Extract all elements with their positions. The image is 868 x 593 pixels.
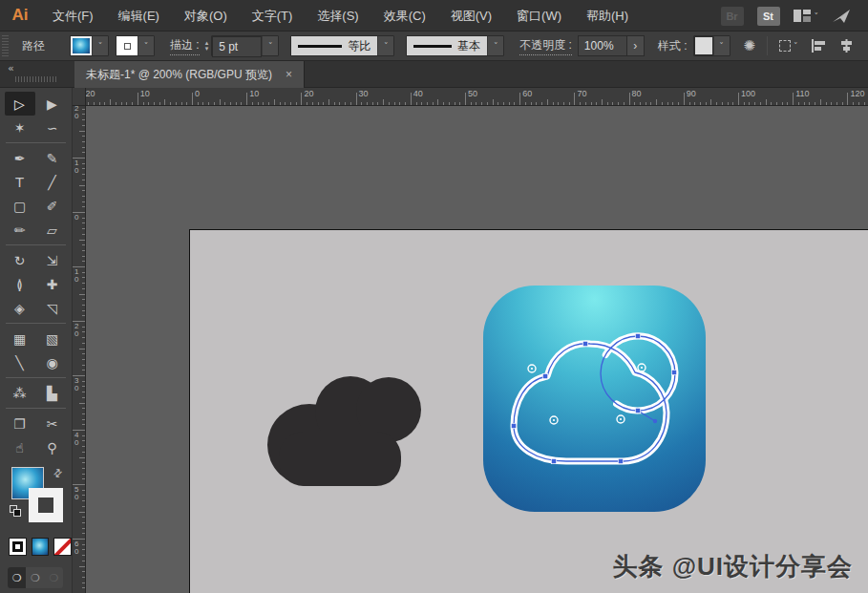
draw-normal-button[interactable]: ❍ xyxy=(8,567,26,588)
tool-line-segment[interactable]: ╱ xyxy=(37,170,68,194)
stepper-down-icon[interactable]: ▾ xyxy=(205,46,209,52)
menu-item[interactable]: 文件(F) xyxy=(40,0,106,32)
default-fill-stroke-icon[interactable] xyxy=(10,505,21,517)
fill-color-dropdown[interactable]: ˅ xyxy=(70,35,109,56)
collapse-panel-button[interactable]: « xyxy=(8,62,14,74)
tool-pen[interactable]: ✒ xyxy=(5,146,35,170)
tool-width[interactable]: ≬ xyxy=(5,272,35,296)
anchor-point[interactable] xyxy=(511,423,516,428)
chevron-down-icon[interactable]: ˅ xyxy=(262,36,278,55)
stroke-profile-dropdown[interactable]: 等比 ˅ xyxy=(290,35,394,56)
center-point-dot[interactable] xyxy=(620,418,622,420)
tool-mesh[interactable]: ▦ xyxy=(5,327,35,350)
tool-eyedropper[interactable]: ╲ xyxy=(5,350,35,374)
tool-puppet-warp[interactable]: ✚ xyxy=(37,272,68,296)
dark-cloud-shape[interactable] xyxy=(260,365,422,486)
chevron-down-icon[interactable]: ˅ xyxy=(138,36,154,55)
anchor-point[interactable] xyxy=(542,373,547,378)
menu-item[interactable]: 视图(V) xyxy=(438,0,504,32)
menu-item[interactable]: 效果(C) xyxy=(371,0,438,32)
tool-pencil[interactable]: ✏ xyxy=(5,218,35,242)
menu-item[interactable]: 窗口(W) xyxy=(504,0,574,32)
style-dropdown[interactable]: ˅ xyxy=(693,35,730,56)
workspace-switcher[interactable]: ˅ xyxy=(794,10,819,22)
align-left-icon[interactable] xyxy=(812,39,826,53)
tool-eraser[interactable]: ▱ xyxy=(37,218,68,242)
tool-selection[interactable]: ▷ xyxy=(5,92,35,116)
stock-button[interactable]: St xyxy=(757,7,780,26)
menu-item[interactable]: 选择(S) xyxy=(305,0,370,32)
document-tab[interactable]: 未标题-1* @ 200% (RGB/GPU 预览) × xyxy=(74,61,305,88)
transform-bounding-box-button[interactable]: ˅ xyxy=(779,40,798,52)
tool-symbol-sprayer[interactable]: ⁂ xyxy=(5,381,35,405)
color-button[interactable] xyxy=(9,538,27,556)
stroke-weight-stepper[interactable]: ▴ ▾ xyxy=(205,40,209,52)
menu-item[interactable]: 帮助(H) xyxy=(574,0,641,32)
align-center-icon[interactable] xyxy=(839,39,854,53)
bridge-button[interactable]: Br xyxy=(721,7,744,26)
vertical-ruler[interactable]: 2010010203040506070 xyxy=(73,106,86,593)
tool-artboard[interactable]: ❐ xyxy=(5,412,35,435)
menu-item[interactable]: 编辑(E) xyxy=(106,0,172,32)
tool-zoom[interactable]: ⚲ xyxy=(37,435,68,459)
anchor-point[interactable] xyxy=(618,458,623,463)
tool-perspective-grid[interactable]: ◹ xyxy=(37,296,68,320)
ruler-tick xyxy=(82,109,86,110)
center-point-dot[interactable] xyxy=(553,419,555,421)
tool-scale[interactable]: ⇲ xyxy=(37,248,68,272)
stroke-weight-dropdown[interactable]: 5 pt ˅ xyxy=(211,35,279,56)
share-icon[interactable] xyxy=(832,9,851,24)
draw-behind-button[interactable]: ❍ xyxy=(26,567,44,588)
close-icon[interactable]: × xyxy=(286,68,292,81)
anchor-point[interactable] xyxy=(582,341,587,346)
canvas[interactable]: 头条 @UI设计分享会 xyxy=(86,106,868,593)
ruler-tick xyxy=(263,102,264,106)
recolor-artwork-icon[interactable]: ✺ xyxy=(744,37,756,54)
opacity-input[interactable]: 100% xyxy=(578,35,627,56)
horizontal-ruler[interactable]: 20100102030405060708090100110120 xyxy=(86,88,868,106)
anchor-point[interactable] xyxy=(551,458,556,463)
tool-rotate[interactable]: ↻ xyxy=(5,248,35,272)
tool-lasso[interactable]: ∽ xyxy=(37,116,68,139)
tool-hand[interactable]: ☝ xyxy=(5,435,35,459)
swap-fill-stroke-icon[interactable]: ⇄ xyxy=(51,466,66,481)
ruler-corner[interactable] xyxy=(73,88,86,106)
draw-inside-button[interactable]: ❍ xyxy=(45,567,63,588)
stroke-color-button[interactable] xyxy=(29,488,63,522)
brush-definition-dropdown[interactable]: 基本 ˅ xyxy=(406,35,504,56)
ruler-tick xyxy=(519,93,520,105)
stroke-color-dropdown[interactable]: ˅ xyxy=(116,35,155,56)
tool-slice[interactable]: ✂ xyxy=(37,412,68,435)
tool-column-graph[interactable]: ▙ xyxy=(37,381,68,405)
tool-rectangle[interactable]: ▢ xyxy=(5,194,35,218)
stroke-panel-link[interactable]: 描边 : xyxy=(170,37,200,55)
tool-gradient[interactable]: ▧ xyxy=(37,327,68,350)
gradient-button[interactable] xyxy=(32,538,50,556)
chevron-down-icon[interactable]: ˅ xyxy=(92,36,108,55)
center-point-dot[interactable] xyxy=(641,367,643,369)
anchor-point[interactable] xyxy=(635,408,640,413)
none-button[interactable] xyxy=(53,538,72,556)
controlbar-grip[interactable] xyxy=(2,35,9,56)
tool-type[interactable]: T xyxy=(5,170,35,194)
stroke-weight-value[interactable]: 5 pt xyxy=(212,36,262,57)
chevron-down-icon[interactable]: ˅ xyxy=(487,36,503,55)
toolbar-grip[interactable] xyxy=(15,76,57,82)
chevron-down-icon[interactable]: ˅ xyxy=(377,36,393,55)
menu-item[interactable]: 文字(T) xyxy=(240,0,306,32)
opacity-slider-button[interactable]: › xyxy=(627,35,645,56)
anchor-point[interactable] xyxy=(635,333,640,338)
tool-blend[interactable]: ◉ xyxy=(37,350,68,374)
anchor-point[interactable] xyxy=(671,370,676,374)
tool-direct-selection[interactable]: ▶ xyxy=(37,92,68,116)
tool-magic-wand[interactable]: ✶ xyxy=(5,116,35,139)
tool-curvature[interactable]: ✎ xyxy=(37,146,68,170)
cloud-app-icon[interactable] xyxy=(482,285,707,513)
chevron-down-icon[interactable]: ˅ xyxy=(713,36,730,55)
center-point-dot[interactable] xyxy=(531,368,533,370)
opacity-panel-link[interactable]: 不透明度 : xyxy=(519,37,572,55)
bezier-handle-dot[interactable] xyxy=(653,419,657,423)
tool-paintbrush[interactable]: ✐ xyxy=(37,194,68,218)
menu-item[interactable]: 对象(O) xyxy=(172,0,240,32)
tool-free-transform[interactable]: ◈ xyxy=(5,296,35,320)
